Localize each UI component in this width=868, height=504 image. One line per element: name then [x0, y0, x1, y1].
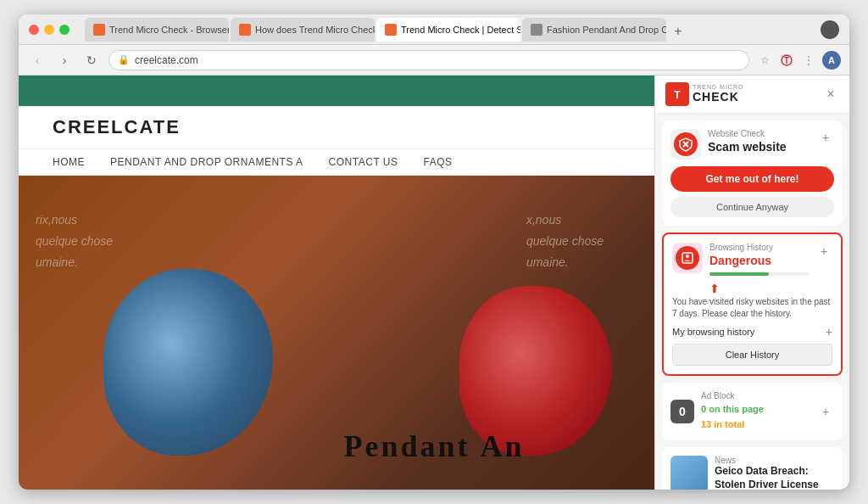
- svg-text:T: T: [674, 89, 681, 101]
- url-text: creelcate.com: [135, 54, 198, 66]
- browsing-history-description: You have visited risky websites in the p…: [672, 296, 832, 320]
- ad-block-expand[interactable]: +: [817, 403, 834, 420]
- tabs-bar: Trend Micro Check - Browser... × How doe…: [85, 18, 805, 42]
- browsing-history-content: Browsing History Dangerous ⬆: [709, 243, 809, 296]
- tmc-logo-text: TREND MICRO CHECK: [693, 84, 743, 104]
- website-check-expand[interactable]: +: [817, 129, 834, 146]
- ad-count-on-page: 0 on this page: [701, 404, 764, 414]
- hero-bg-text-left: rix,nousquelque choseumaine.: [36, 210, 113, 274]
- extensions-button[interactable]: T: [778, 52, 795, 69]
- news-title: Geico Data Breach: Stolen Driver License…: [715, 465, 834, 490]
- ad-block-card: 0 Ad Block 0 on this page 13 in total +: [662, 383, 843, 440]
- maximize-window-button[interactable]: [59, 25, 70, 35]
- bookmark-button[interactable]: ☆: [756, 52, 773, 69]
- ad-count-badge: 0: [670, 400, 694, 423]
- tab-4[interactable]: Fashion Pendant And Drop On... ×: [522, 18, 666, 42]
- back-button[interactable]: ‹: [27, 50, 47, 70]
- browsing-history-icon: [672, 243, 703, 273]
- news-text: News Geico Data Breach: Stolen Driver Li…: [715, 456, 834, 490]
- browsing-history-shield-icon: [676, 246, 699, 270]
- browsing-history-link[interactable]: My browsing history: [672, 327, 754, 337]
- tmc-logo: T TREND MICRO CHECK: [665, 82, 743, 106]
- tab-3[interactable]: Trend Micro Check | Detect Sc... ×: [376, 18, 520, 42]
- address-bar[interactable]: 🔒 creelcate.com: [108, 50, 749, 70]
- nav-contact[interactable]: CONTACT US: [329, 156, 398, 168]
- title-bar: Trend Micro Check - Browser... × How doe…: [19, 14, 849, 45]
- browsing-history-label: Browsing History: [709, 243, 809, 252]
- hero-bg-text-right: x,nousquelque choseumaine.: [526, 210, 604, 274]
- clear-history-button[interactable]: Clear History: [672, 344, 832, 366]
- browsing-history-expand[interactable]: +: [815, 243, 832, 260]
- news-card: News Geico Data Breach: Stolen Driver Li…: [662, 447, 843, 490]
- website-check-card: Website Check Scam website + Get me out …: [662, 120, 843, 226]
- tab-1[interactable]: Trend Micro Check - Browser... ×: [85, 18, 229, 42]
- website-check-status: Scam website: [708, 140, 810, 154]
- hero-text: Pendant An: [343, 428, 524, 464]
- tab-label-2: How does Trend Micro Check...: [255, 25, 375, 35]
- nav-faqs[interactable]: FAQS: [424, 156, 453, 168]
- news-content-row: News Geico Data Breach: Stolen Driver Li…: [670, 456, 834, 490]
- browsing-history-header: Browsing History Dangerous ⬆ +: [672, 243, 832, 296]
- ad-block-label: Ad Block: [701, 391, 764, 400]
- minimize-window-button[interactable]: [44, 25, 54, 35]
- tmc-popup: T TREND MICRO CHECK ×: [654, 76, 849, 490]
- tab-2[interactable]: How does Trend Micro Check... ×: [231, 18, 375, 42]
- get-me-out-button[interactable]: Get me out of here!: [670, 166, 834, 192]
- refresh-button[interactable]: ↻: [81, 50, 102, 70]
- danger-progress-fill: [709, 272, 769, 276]
- site-logo: CREELCATE: [53, 116, 181, 138]
- tab-favicon-1: [93, 24, 105, 36]
- website-check-label: Website Check: [708, 129, 810, 138]
- website-check-header: Website Check Scam website +: [670, 129, 834, 160]
- tab-favicon-3: [385, 24, 397, 36]
- scam-shield-icon: [674, 132, 698, 156]
- lock-icon: 🔒: [118, 54, 130, 65]
- svg-text:T: T: [784, 56, 789, 65]
- menu-button[interactable]: ⋮: [800, 52, 817, 69]
- ad-block-content: 0 Ad Block 0 on this page 13 in total +: [670, 391, 834, 432]
- continue-anyway-button[interactable]: Continue Anyway: [670, 197, 834, 217]
- tmc-header: T TREND MICRO CHECK ×: [655, 76, 849, 114]
- profile-menu[interactable]: [821, 20, 839, 39]
- ad-block-stats: 0 on this page 13 in total: [701, 402, 764, 432]
- tab-label-1: Trend Micro Check - Browser...: [109, 25, 229, 35]
- tab-label-4: Fashion Pendant And Drop On...: [547, 25, 666, 35]
- website-check-content: Website Check Scam website: [708, 129, 810, 154]
- svg-point-7: [686, 255, 689, 258]
- tmc-logo-check: CHECK: [693, 91, 743, 104]
- close-window-button[interactable]: [29, 25, 39, 35]
- website-check-icon: [670, 129, 701, 160]
- traffic-lights: [29, 25, 70, 35]
- browsing-history-link-expand[interactable]: +: [826, 325, 832, 339]
- danger-arrow-icon: ⬆: [709, 282, 720, 295]
- browsing-history-card: Browsing History Dangerous ⬆ + You have …: [662, 232, 843, 376]
- tmc-logo-icon: T: [665, 82, 689, 106]
- news-thumbnail: [670, 456, 708, 490]
- tab-favicon-2: [239, 24, 251, 36]
- nav-actions: ☆ T ⋮ A: [756, 51, 841, 70]
- ornament-blue: [103, 269, 273, 456]
- nav-bar: ‹ › ↻ 🔒 creelcate.com ☆ T ⋮ A: [19, 45, 849, 76]
- nav-pendant[interactable]: PENDANT AND DROP ORNAMENTS A: [110, 156, 303, 168]
- tab-label-3: Trend Micro Check | Detect Sc...: [401, 25, 520, 35]
- ad-count-total: 13 in total: [701, 419, 744, 429]
- new-tab-button[interactable]: +: [668, 21, 688, 42]
- tab-favicon-4: [531, 24, 542, 36]
- browsing-history-footer: My browsing history +: [672, 325, 832, 339]
- browsing-history-status: Dangerous: [709, 254, 809, 267]
- ad-block-text: Ad Block 0 on this page 13 in total: [701, 391, 764, 432]
- nav-home[interactable]: HOME: [53, 156, 85, 168]
- news-label: News: [715, 456, 834, 465]
- browser-window: Trend Micro Check - Browser... × How doe…: [19, 14, 849, 490]
- content-area: 🛒 Shopping Ca... CREELCATE 🔍 HOME PENDAN…: [19, 76, 849, 490]
- user-profile[interactable]: A: [822, 51, 841, 70]
- forward-button[interactable]: ›: [54, 50, 75, 70]
- tmc-close-button[interactable]: ×: [822, 86, 839, 103]
- danger-progress-bar: [709, 272, 809, 276]
